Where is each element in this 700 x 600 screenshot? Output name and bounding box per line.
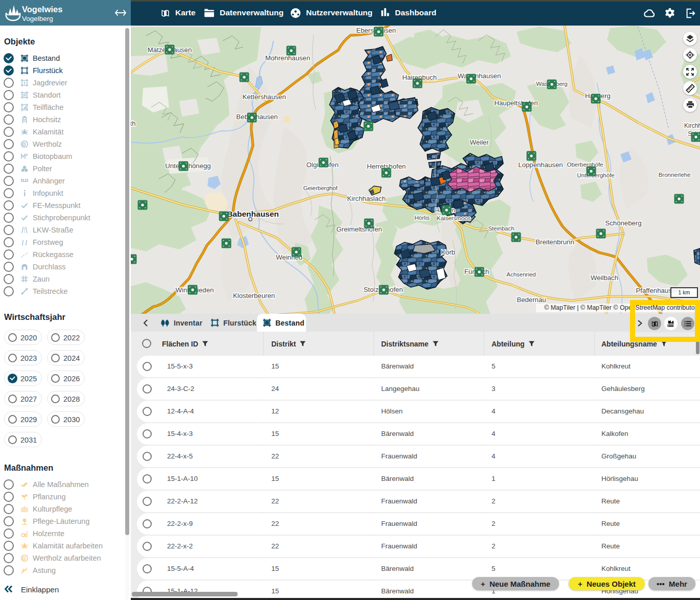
svg-text:Kaisersmoos: Kaisersmoos xyxy=(437,215,471,221)
svg-text:Steinbach: Steinbach xyxy=(488,225,514,232)
svg-text:Kettershausen: Kettershausen xyxy=(242,93,286,101)
svg-text:Hörlis: Hörlis xyxy=(414,215,430,221)
svg-text:Kirchh: Kirchh xyxy=(684,122,700,129)
svg-text:Weilbach: Weilbach xyxy=(591,274,618,282)
svg-text:Oberberghöfe: Oberberghöfe xyxy=(567,161,603,168)
svg-text:Bedernau: Bedernau xyxy=(517,296,546,304)
svg-text:Greimeltshofen: Greimeltshofen xyxy=(336,225,382,233)
svg-text:Klosterbeuren: Klosterbeuren xyxy=(233,292,275,299)
svg-text:Achsenried: Achsenried xyxy=(506,271,536,278)
svg-text:Breitenbrunn: Breitenbrunn xyxy=(535,238,574,246)
svg-text:Babenhausen: Babenhausen xyxy=(227,210,279,218)
svg-text:Bebenhausen: Bebenhausen xyxy=(236,113,277,121)
svg-text:Loppenhausen: Loppenhausen xyxy=(518,161,563,169)
svg-text:Kirchhaslach: Kirchhaslach xyxy=(347,195,386,202)
svg-text:Schöneberg: Schöneberg xyxy=(605,219,641,227)
svg-text:Korb: Korb xyxy=(441,248,455,256)
svg-text:Bronnerlehe: Bronnerlehe xyxy=(659,172,691,178)
svg-text:Wattenhausen: Wattenhausen xyxy=(458,72,501,80)
svg-text:th: th xyxy=(131,120,135,127)
svg-text:Weiler: Weiler xyxy=(470,139,489,146)
